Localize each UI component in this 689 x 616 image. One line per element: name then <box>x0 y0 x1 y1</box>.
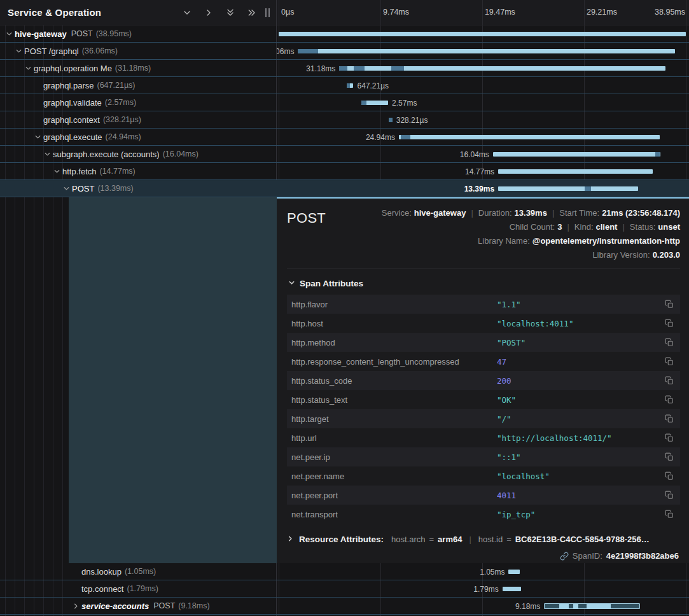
span-duration-label: 1.05ms <box>480 568 505 577</box>
span-bar[interactable] <box>399 135 660 139</box>
expander-down-icon[interactable] <box>62 185 71 193</box>
span-operation: POST <box>153 601 175 610</box>
span-attributes-toggle[interactable]: Span Attributes <box>288 277 680 289</box>
copy-icon[interactable] <box>665 452 674 461</box>
timeline-gridline <box>482 0 483 25</box>
copy-icon[interactable] <box>665 300 674 309</box>
span-bar-segment <box>587 604 611 608</box>
span-tree-row[interactable]: subgraph.execute (accounts)(16.04ms) <box>0 146 277 163</box>
panel-resize-handle[interactable] <box>264 7 271 18</box>
span-tree-row[interactable]: graphql.parse(647.21µs) <box>0 77 277 94</box>
span-name: service-accounts <box>81 601 149 611</box>
span-bar[interactable] <box>503 587 521 591</box>
span-tree-row[interactable]: graphql.validate(2.57ms) <box>0 94 277 111</box>
attribute-key: net.peer.port <box>291 491 497 500</box>
span-bar[interactable] <box>361 101 388 105</box>
expander-spacer <box>72 585 80 593</box>
timeline-gridline <box>584 0 585 25</box>
span-bar[interactable] <box>389 118 392 122</box>
waterfall-row[interactable]: 36.06ms <box>277 43 689 60</box>
waterfall-row[interactable]: 16.04ms <box>277 146 689 163</box>
span-duration-label: 2.57ms <box>392 99 417 108</box>
span-bar[interactable] <box>498 169 653 174</box>
span-bar[interactable] <box>498 186 638 191</box>
attribute-value: "ip_tcp" <box>497 510 660 519</box>
copy-icon[interactable] <box>665 319 674 328</box>
chevron-down-icon[interactable] <box>180 6 194 20</box>
span-tree-row[interactable]: dns.lookup(1.05ms) <box>0 563 277 580</box>
span-tree-row[interactable]: graphql.context(328.21µs) <box>0 111 277 129</box>
waterfall-row[interactable]: 647.21µs <box>277 77 689 94</box>
waterfall-row[interactable]: 2.57ms <box>277 94 689 111</box>
chevrons-down-icon[interactable] <box>223 6 237 20</box>
expander-down-icon[interactable] <box>15 47 23 55</box>
copy-icon[interactable] <box>665 491 674 500</box>
span-tree-row[interactable]: graphql.execute(24.94ms) <box>0 129 277 146</box>
attribute-key: http.target <box>291 414 497 424</box>
span-meta-line: Library Version:0.203.0 <box>382 248 680 262</box>
chevron-right-icon <box>287 535 294 544</box>
span-bar-segment <box>585 186 591 191</box>
chevron-right-icon[interactable] <box>202 6 216 20</box>
waterfall-row[interactable]: 24.94ms <box>277 129 689 146</box>
span-bar[interactable] <box>279 32 686 36</box>
span-bar-segment <box>389 118 392 122</box>
attribute-row: http.status_text"OK" <box>287 390 680 409</box>
waterfall-row[interactable]: 328.21µs <box>277 111 689 129</box>
span-duration-label: 36.06ms <box>277 47 294 56</box>
attribute-value: "1.1" <box>497 300 660 309</box>
span-name: graphql.execute <box>43 132 102 142</box>
expander-down-icon[interactable] <box>5 30 13 38</box>
waterfall-row[interactable]: 38.95ms <box>277 25 689 43</box>
span-bar[interactable] <box>544 603 640 609</box>
waterfall-row[interactable]: 13.39ms <box>277 180 689 197</box>
chevron-down-icon <box>288 277 295 289</box>
meta-value: unset <box>658 222 680 232</box>
span-bar[interactable] <box>508 570 519 574</box>
span-tree-row[interactable]: service-accountsPOST(9.18ms) <box>0 598 277 615</box>
waterfall-row[interactable]: 31.18ms <box>277 60 689 77</box>
copy-icon[interactable] <box>665 510 674 519</box>
copy-icon[interactable] <box>665 376 674 385</box>
attribute-key: net.transport <box>291 510 497 519</box>
waterfall-row[interactable]: 14.77ms <box>277 163 689 180</box>
span-bar[interactable] <box>493 152 661 157</box>
link-icon[interactable] <box>560 552 569 561</box>
span-bar[interactable] <box>347 83 354 88</box>
attribute-value: 47 <box>497 357 660 367</box>
span-tree-row[interactable]: tcp.connect(1.79ms) <box>0 580 277 598</box>
span-bar[interactable] <box>298 49 675 53</box>
waterfall-row[interactable]: 1.05ms <box>277 563 689 580</box>
span-name: subgraph.execute (accounts) <box>53 150 160 159</box>
expander-spacer <box>34 99 42 107</box>
copy-icon[interactable] <box>665 433 674 442</box>
span-name: hive-gateway <box>15 29 67 39</box>
span-tree-row[interactable]: http.fetch(14.77ms) <box>0 163 277 180</box>
span-tree-row[interactable]: POST /graphql(36.06ms) <box>0 43 277 60</box>
copy-icon[interactable] <box>665 472 674 480</box>
span-bar[interactable] <box>339 66 665 71</box>
meta-label: Status: <box>630 222 655 232</box>
resource-attributes-toggle[interactable]: Resource Attributes: host.arch=arm64|hos… <box>287 535 680 544</box>
meta-value: client <box>596 222 618 232</box>
chevrons-right-icon[interactable] <box>245 6 259 20</box>
span-tree-row[interactable]: POST(13.39ms) <box>0 180 277 197</box>
attribute-value: 4011 <box>497 491 660 500</box>
expander-right-icon[interactable] <box>72 602 80 610</box>
expander-down-icon[interactable] <box>24 64 32 73</box>
attribute-value: "POST" <box>497 338 660 347</box>
span-name: graphql.validate <box>43 98 102 108</box>
copy-icon[interactable] <box>665 414 674 423</box>
span-tree-row[interactable]: hive-gatewayPOST(38.95ms) <box>0 25 277 43</box>
copy-icon[interactable] <box>665 395 674 404</box>
waterfall-row[interactable]: 1.79ms <box>277 580 689 598</box>
expander-down-icon[interactable] <box>53 167 61 176</box>
expander-down-icon[interactable] <box>43 150 52 158</box>
attribute-row: http.host"localhost:4011" <box>287 314 680 333</box>
selected-span-region[interactable] <box>69 197 277 563</box>
waterfall-row[interactable]: 9.18ms <box>277 598 689 615</box>
copy-icon[interactable] <box>665 338 674 347</box>
span-tree-row[interactable]: graphql.operation Me(31.18ms) <box>0 60 277 77</box>
expander-down-icon[interactable] <box>34 133 42 141</box>
copy-icon[interactable] <box>665 357 674 366</box>
